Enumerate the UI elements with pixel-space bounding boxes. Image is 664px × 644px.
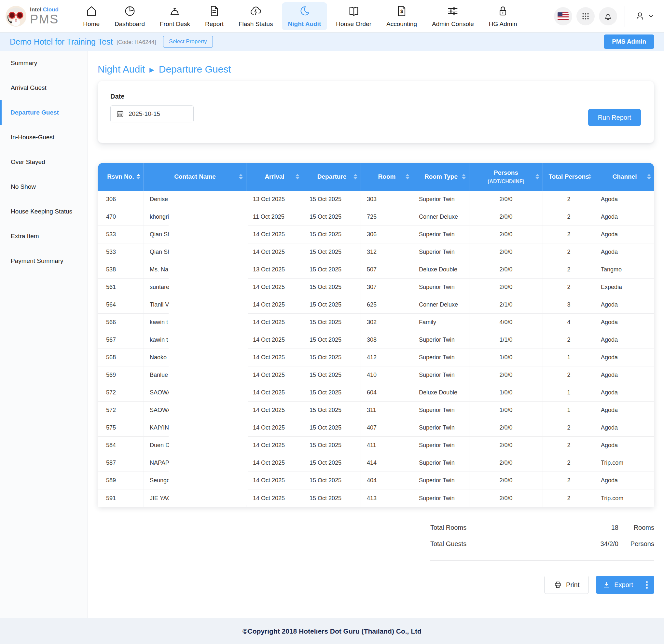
user-icon: [635, 11, 645, 22]
cell-channel: Agoda: [595, 419, 654, 436]
cell-room: 412: [361, 349, 413, 366]
cell-room_type: Conner Deluxe: [413, 208, 469, 226]
sidebar-item-house-keeping-status[interactable]: House Keeping Status: [0, 199, 87, 224]
date-label: Date: [110, 93, 642, 100]
main-content: Night Audit ▶ Departure Guest Date 2025-…: [88, 51, 664, 618]
nav-item-flash-status[interactable]: Flash Status: [232, 2, 279, 30]
cell-channel: Agoda: [595, 331, 654, 349]
cell-total_persons: 2: [543, 437, 595, 454]
column-label: Contact Name: [174, 173, 216, 180]
select-property-button[interactable]: Select Property: [163, 36, 212, 47]
cell-room: 410: [361, 367, 413, 384]
user-menu-button[interactable]: [632, 11, 656, 22]
sort-icon: [406, 174, 410, 180]
house-order-icon: [347, 4, 360, 18]
column-header-channel[interactable]: Channel: [595, 163, 654, 191]
nav-item-accounting[interactable]: $Accounting: [380, 2, 423, 30]
cell-arrival: 14 Oct 2025: [246, 419, 303, 436]
nav-item-label: Report: [205, 21, 224, 28]
notifications-button[interactable]: [599, 7, 617, 25]
copyright-text: ©Copyright 2018 Hoteliers Dot Guru (Thai…: [243, 627, 421, 635]
column-label: Room: [378, 173, 396, 180]
language-flag-button[interactable]: [554, 7, 572, 25]
sidebar-item-payment-summary[interactable]: Payment Summary: [0, 249, 87, 273]
cell-persons: 2/1/0: [469, 296, 543, 313]
nav-item-label: Dashboard: [115, 21, 145, 28]
cell-room_type: Superior Twin: [413, 472, 469, 489]
cell-room_type: Superior Twin: [413, 367, 469, 384]
cell-rsvn: 591: [98, 490, 144, 507]
logo-avatar-icon: [5, 5, 27, 27]
cell-channel: Agoda: [595, 208, 654, 226]
cell-channel: Agoda: [595, 367, 654, 384]
sidebar-item-over-stayed[interactable]: Over Stayed: [0, 150, 87, 174]
app-logo[interactable]: Intel Cloud PMS: [5, 5, 59, 27]
column-header-contact-name[interactable]: Contact Name: [144, 163, 246, 191]
cell-room: 725: [361, 208, 413, 226]
export-button[interactable]: Export: [596, 576, 654, 594]
cell-total_persons: 2: [543, 208, 595, 226]
column-label: Arrival: [265, 173, 284, 180]
sidebar-item-extra-item[interactable]: Extra Item: [0, 224, 87, 249]
main-nav: HomeDashboardFront DeskReportFlash Statu…: [77, 0, 523, 32]
sidebar-item-no-show[interactable]: No Show: [0, 174, 87, 199]
date-input[interactable]: 2025-10-15: [110, 105, 194, 122]
nav-item-hg-admin[interactable]: HG Admin: [483, 2, 523, 30]
nav-item-dashboard[interactable]: Dashboard: [108, 2, 151, 30]
column-header-room-type[interactable]: Room Type: [413, 163, 469, 191]
nav-item-house-order[interactable]: House Order: [330, 2, 378, 30]
cell-arrival: 14 Oct 2025: [246, 296, 303, 313]
cell-persons: 1/0/0: [469, 384, 543, 401]
export-menu-button[interactable]: [639, 576, 654, 594]
cell-persons: 2/0/0: [469, 191, 543, 208]
sidebar-item-departure-guest[interactable]: Departure Guest: [0, 100, 87, 125]
column-header-persons[interactable]: Persons(ADT/CHD/INF): [469, 163, 543, 191]
cell-rsvn: 584: [98, 437, 144, 454]
cell-room: 413: [361, 490, 413, 507]
nav-item-home[interactable]: Home: [77, 2, 106, 30]
cell-rsvn: 569: [98, 367, 144, 384]
sidebar-item-in-house-guest[interactable]: In-House-Guest: [0, 125, 87, 150]
sidebar-item-arrival-guest[interactable]: Arrival Guest: [0, 76, 87, 100]
pms-admin-button[interactable]: PMS Admin: [604, 35, 654, 49]
print-button[interactable]: Print: [544, 576, 589, 594]
run-report-button[interactable]: Run Report: [588, 109, 641, 126]
column-header-departure[interactable]: Departure: [303, 163, 361, 191]
cell-departure: 15 Oct 2025: [303, 244, 361, 261]
cell-room_type: Superior Twin: [413, 349, 469, 366]
cell-total_persons: 2: [543, 367, 595, 384]
top-navigation: Intel Cloud PMS HomeDashboardFront DeskR…: [0, 0, 664, 33]
breadcrumb-parent[interactable]: Night Audit: [98, 64, 145, 75]
cell-channel: Agoda: [595, 472, 654, 489]
nav-item-front-desk[interactable]: Front Desk: [153, 2, 196, 30]
calendar-icon: [116, 110, 124, 118]
property-name[interactable]: Demo Hotel for Training Test: [10, 37, 112, 46]
nav-item-night-audit[interactable]: Night Audit: [282, 2, 328, 30]
sidebar-item-summary[interactable]: Summary: [0, 51, 87, 76]
column-header-arrival[interactable]: Arrival: [246, 163, 303, 191]
cell-room: 414: [361, 454, 413, 472]
report-actions: Print Export: [98, 576, 654, 594]
nav-item-report[interactable]: Report: [199, 2, 230, 30]
cell-arrival: 14 Oct 2025: [246, 278, 303, 296]
cell-total_persons: 2: [543, 261, 595, 278]
cell-rsvn: 564: [98, 296, 144, 313]
apps-grid-button[interactable]: [577, 7, 595, 25]
cell-departure: 15 Oct 2025: [303, 490, 361, 507]
cell-persons: 4/0/0: [469, 314, 543, 331]
nav-item-label: House Order: [336, 21, 371, 28]
cell-total_persons: 2: [543, 191, 595, 208]
cell-channel: Agoda: [595, 384, 654, 401]
cell-channel: Agoda: [595, 296, 654, 313]
nav-item-admin-console[interactable]: Admin Console: [426, 2, 480, 30]
column-header-room[interactable]: Room: [361, 163, 413, 191]
total-rooms-label: Total Rooms: [430, 524, 466, 532]
cell-room: 507: [361, 261, 413, 278]
column-header-rsvn-no[interactable]: Rsvn No.: [98, 163, 144, 191]
cell-channel: Expedia: [595, 278, 654, 296]
cell-room_type: Superior Twin: [413, 454, 469, 472]
cell-channel: Agoda: [595, 191, 654, 208]
cell-persons: 2/0/0: [469, 367, 543, 384]
totals-divider: [430, 560, 654, 561]
column-header-total-persons[interactable]: Total Persons: [543, 163, 595, 191]
